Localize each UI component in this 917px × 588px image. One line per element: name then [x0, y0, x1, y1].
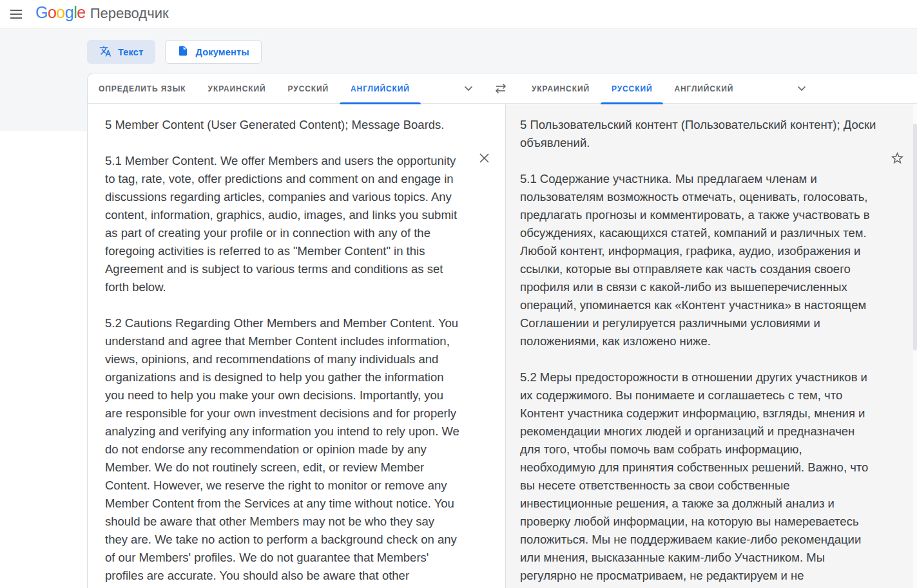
target-language-tab[interactable]: УКРАИНСКИЙ — [521, 73, 601, 104]
source-language-tab-label: РУССКИЙ — [288, 84, 329, 93]
target-language-tab[interactable]: АНГЛИЙСКИЙ — [663, 73, 744, 104]
google-logo-letter: o — [56, 3, 64, 21]
source-language-chevron-down-icon[interactable] — [458, 73, 479, 104]
scrollbar-thumb[interactable] — [913, 124, 917, 350]
translation-paragraph: 5.2 Меры предосторожности в отношении др… — [520, 368, 877, 588]
google-logo-letter: g — [65, 3, 73, 21]
translation-card: ОПРЕДЕЛИТЬ ЯЗЫКУКРАИНСКИЙРУССКИЙАНГЛИЙСК… — [87, 73, 917, 588]
source-language-tab[interactable]: ОПРЕДЕЛИТЬ ЯЗЫК — [88, 73, 197, 104]
source-language-tab-label: УКРАИНСКИЙ — [208, 84, 266, 93]
page-title: Переводчик — [90, 5, 169, 22]
swap-languages-icon[interactable] — [488, 73, 513, 104]
source-language-tab[interactable]: РУССКИЙ — [277, 73, 340, 104]
star-icon[interactable] — [887, 148, 907, 167]
scrollbar-track[interactable] — [913, 104, 917, 588]
source-paragraph: 5 Member Content (User Generated Content… — [105, 116, 460, 134]
target-language-tabs: УКРАИНСКИЙРУССКИЙАНГЛИЙСКИЙ — [521, 73, 744, 104]
translation-text: 5 Пользовательский контент (Пользователь… — [506, 104, 917, 588]
translation-paragraph: 5 Пользовательский контент (Пользователь… — [520, 116, 877, 152]
google-logo: Google — [35, 3, 86, 22]
target-language-tab-label: РУССКИЙ — [612, 84, 653, 93]
source-paragraph: 5.2 Cautions Regarding Other Members and… — [105, 314, 460, 588]
target-language-tab-label: АНГЛИЙСКИЙ — [674, 84, 733, 93]
document-icon — [177, 45, 189, 59]
google-logo-letter: e — [77, 3, 85, 21]
source-language-tab[interactable]: АНГЛИЙСКИЙ — [340, 73, 421, 104]
tab-documents-mode[interactable]: Документы — [165, 40, 261, 64]
source-text[interactable]: 5 Member Content (User Generated Content… — [88, 104, 505, 588]
translation-panes: 5 Member Content (User Generated Content… — [88, 104, 917, 588]
source-language-tab-label: ОПРЕДЕЛИТЬ ЯЗЫК — [99, 84, 186, 93]
close-icon[interactable] — [474, 148, 494, 167]
translation-paragraph: 5.1 Содержание участника. Мы предлагаем … — [520, 170, 877, 350]
translate-icon — [99, 45, 111, 59]
source-language-tab-label: АНГЛИЙСКИЙ — [351, 84, 410, 93]
language-bar: ОПРЕДЕЛИТЬ ЯЗЫКУКРАИНСКИЙРУССКИЙАНГЛИЙСК… — [88, 73, 917, 104]
menu-icon[interactable] — [6, 5, 26, 24]
tab-text-mode[interactable]: Текст — [87, 40, 155, 64]
target-pane: 5 Пользовательский контент (Пользователь… — [505, 104, 917, 588]
tab-text-mode-label: Текст — [118, 47, 143, 57]
source-language-tabs: ОПРЕДЕЛИТЬ ЯЗЫКУКРАИНСКИЙРУССКИЙАНГЛИЙСК… — [88, 73, 421, 104]
google-translate-page: Google Переводчик Текст Документы ОПРЕДЕ… — [0, 0, 917, 588]
brand[interactable]: Google Переводчик — [35, 3, 169, 22]
mode-switcher: Текст Документы — [87, 40, 262, 64]
source-paragraph: 5.1 Member Content. We offer Members and… — [105, 152, 460, 296]
target-language-tab-label: УКРАИНСКИЙ — [532, 84, 590, 93]
source-language-tab[interactable]: УКРАИНСКИЙ — [197, 73, 277, 104]
google-logo-letter: G — [35, 3, 48, 21]
google-logo-letter: o — [48, 3, 56, 21]
source-pane[interactable]: 5 Member Content (User Generated Content… — [88, 104, 505, 588]
target-language-chevron-down-icon[interactable] — [791, 73, 812, 104]
tab-documents-mode-label: Документы — [195, 47, 249, 57]
top-bar: Google Переводчик — [0, 0, 917, 28]
target-language-tab[interactable]: РУССКИЙ — [601, 73, 664, 104]
